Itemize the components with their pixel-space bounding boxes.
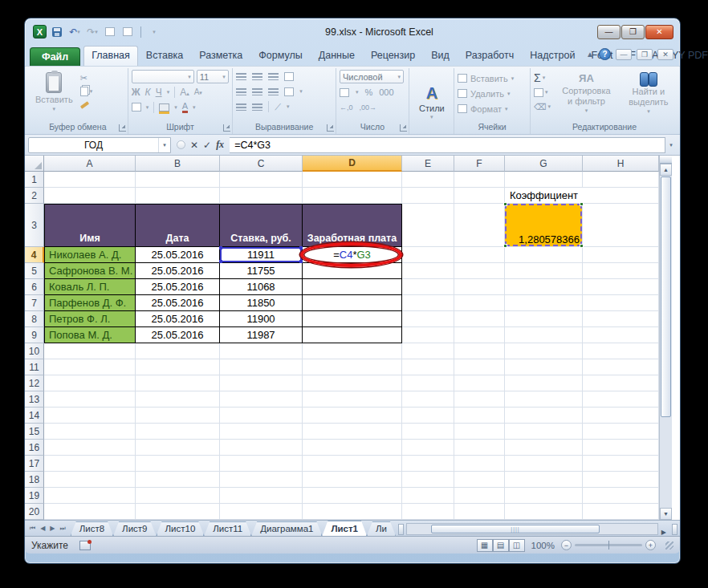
row-header-14[interactable]: 14: [25, 408, 44, 424]
cell-F17[interactable]: [454, 456, 505, 472]
cell-C3[interactable]: Ставка, руб.: [220, 204, 303, 247]
tab-разметка[interactable]: Разметка: [191, 46, 250, 66]
column-header-F[interactable]: F: [454, 156, 505, 172]
cell-F9[interactable]: [454, 327, 505, 343]
cell-G3-coefficient[interactable]: 1,280578366: [505, 204, 583, 247]
page-layout-view-icon[interactable]: ▤: [493, 539, 509, 552]
cell-E7[interactable]: [402, 295, 454, 311]
row-header-2[interactable]: 2: [25, 188, 44, 204]
number-format-combo[interactable]: Числовой▾: [340, 70, 404, 83]
cell-B14[interactable]: [136, 408, 220, 424]
selection-handle[interactable]: [580, 244, 584, 248]
cell-C14[interactable]: [220, 408, 303, 424]
cell-B8[interactable]: 25.05.2016: [136, 311, 220, 327]
thousands-icon[interactable]: 000: [379, 87, 393, 97]
resize-grip[interactable]: [665, 541, 673, 549]
cell-E3[interactable]: [402, 204, 454, 247]
font-color-icon[interactable]: А: [182, 101, 188, 113]
cell-D19[interactable]: [303, 488, 402, 504]
italic-button[interactable]: К: [145, 87, 151, 98]
sort-filter-button[interactable]: ЯА Сортировка и фильтр▾: [555, 70, 617, 121]
cell-B17[interactable]: [136, 456, 220, 472]
cell-H15[interactable]: [583, 424, 659, 440]
cell-C13[interactable]: [220, 391, 303, 408]
increase-decimal-icon[interactable]: ←,0: [340, 103, 353, 112]
row-header-1[interactable]: 1: [25, 172, 44, 188]
cell-C2[interactable]: [220, 188, 303, 204]
zoom-level[interactable]: 100%: [531, 541, 555, 550]
cell-C5[interactable]: 11755: [220, 263, 303, 279]
cell-A13[interactable]: [44, 391, 136, 408]
cell-D18[interactable]: [303, 472, 402, 488]
align-bottom-icon[interactable]: [268, 73, 279, 80]
cell-A5[interactable]: Сафронова В. М.: [44, 263, 136, 279]
cut-icon[interactable]: ✂: [80, 72, 93, 83]
cell-H16[interactable]: [583, 440, 659, 456]
align-right-icon[interactable]: [268, 88, 279, 95]
sheet-tab-лист9[interactable]: Лист9: [113, 521, 156, 536]
cell-F10[interactable]: [454, 343, 505, 359]
selection-handle[interactable]: [503, 202, 507, 206]
cell-A17[interactable]: [44, 456, 136, 472]
tab-формулы[interactable]: Формулы: [250, 46, 310, 66]
range-finder-handle[interactable]: [299, 246, 303, 249]
cell-A9[interactable]: Попова М. Д.: [44, 327, 136, 343]
autosum-icon[interactable]: Σ▾: [534, 72, 551, 83]
cell-B19[interactable]: [136, 488, 220, 504]
tab-главная[interactable]: Главная: [83, 46, 138, 66]
cell-H14[interactable]: [583, 408, 659, 424]
cell-F6[interactable]: [454, 279, 505, 295]
cell-C4[interactable]: 11911: [220, 247, 303, 263]
cell-D1[interactable]: [303, 172, 402, 188]
cell-D9[interactable]: [303, 327, 402, 343]
row-header-3[interactable]: 3: [25, 204, 44, 247]
cell-D20[interactable]: [303, 504, 402, 520]
cell-G8[interactable]: [505, 311, 583, 327]
find-select-button[interactable]: Найти и выделить▾: [622, 70, 675, 121]
row-header-18[interactable]: 18: [25, 472, 44, 488]
cell-G6[interactable]: [505, 279, 583, 295]
cell-F11[interactable]: [454, 359, 505, 375]
row-header-19[interactable]: 19: [25, 488, 44, 504]
cell-C17[interactable]: [220, 456, 303, 472]
row-header-11[interactable]: 11: [25, 359, 44, 375]
shrink-font-button[interactable]: А▾: [194, 87, 202, 96]
paste-button[interactable]: Вставить▾: [31, 70, 77, 121]
horizontal-scroll-thumb[interactable]: ||||: [431, 525, 600, 533]
cell-H10[interactable]: [583, 343, 659, 359]
cell-C15[interactable]: [220, 424, 303, 440]
cell-E1[interactable]: [402, 172, 454, 188]
cell-B9[interactable]: 25.05.2016: [136, 327, 220, 343]
minimize-button[interactable]: —: [597, 25, 621, 39]
cell-F12[interactable]: [454, 375, 505, 391]
tab-вставка[interactable]: Вставка: [138, 46, 191, 66]
cell-G16[interactable]: [505, 440, 583, 456]
cell-C6[interactable]: 11068: [220, 279, 303, 295]
cell-A10[interactable]: [44, 343, 136, 359]
last-sheet-icon[interactable]: ⏭: [59, 525, 67, 533]
cell-D15[interactable]: [303, 424, 402, 440]
cell-F14[interactable]: [454, 408, 505, 424]
excel-app-icon[interactable]: X: [33, 25, 47, 39]
column-header-C[interactable]: C: [220, 156, 303, 172]
cell-B4[interactable]: 25.05.2016: [136, 247, 220, 263]
cell-G14[interactable]: [505, 408, 583, 424]
cell-B13[interactable]: [136, 391, 220, 408]
cell-H7[interactable]: [583, 295, 659, 311]
sheet-tab-ли[interactable]: Ли: [367, 521, 396, 536]
prev-sheet-icon[interactable]: ◀: [39, 525, 47, 532]
undo-icon[interactable]: ↶▾: [67, 25, 82, 39]
cell-F8[interactable]: [454, 311, 505, 327]
grow-font-button[interactable]: А▴: [180, 87, 189, 98]
expand-formula-bar-icon[interactable]: ▾: [665, 142, 677, 148]
cell-A7[interactable]: Парфенов Д. Ф.: [44, 295, 136, 311]
column-header-D[interactable]: D: [303, 156, 402, 172]
insert-cells-button[interactable]: Вставить▾: [458, 71, 527, 85]
column-header-E[interactable]: E: [402, 156, 454, 172]
cell-E8[interactable]: [402, 311, 454, 327]
cell-E4[interactable]: [402, 247, 454, 263]
cell-C20[interactable]: [220, 504, 303, 520]
restore-button[interactable]: ❐: [621, 25, 645, 39]
cell-B10[interactable]: [136, 343, 220, 359]
cell-D3[interactable]: Заработная плата: [303, 204, 402, 247]
